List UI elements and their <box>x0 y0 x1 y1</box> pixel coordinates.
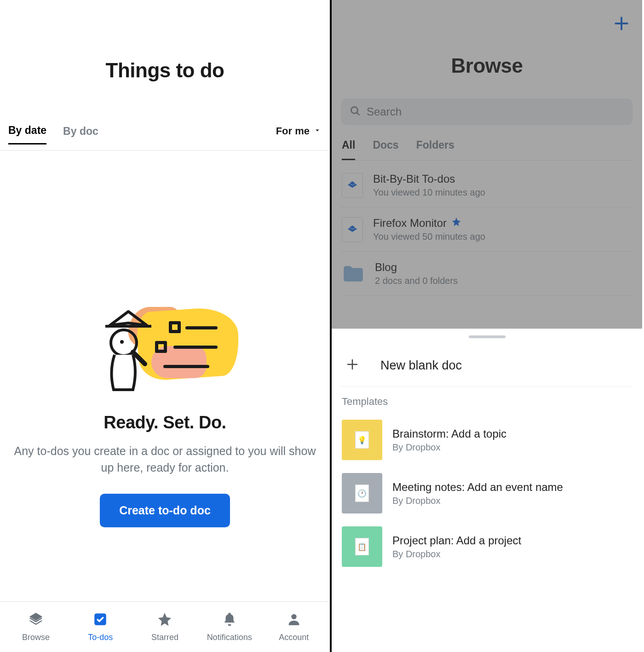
search-input[interactable] <box>367 105 625 118</box>
sheet-handle[interactable] <box>469 335 506 338</box>
nav-starred[interactable]: Starred <box>132 612 197 642</box>
page-title: Browse <box>341 0 633 77</box>
template-by: By Dropbox <box>392 496 563 506</box>
svg-point-2 <box>120 340 124 344</box>
pane-browse: Browse All Docs Folders Bit-By-Bit To-do… <box>332 0 642 652</box>
template-thumb: 📋 <box>342 526 382 567</box>
doc-name: Blog <box>375 261 458 274</box>
template-thumb: 💡 <box>342 420 382 460</box>
search-icon <box>349 105 361 119</box>
doc-row[interactable]: Firefox Monitor You viewed 50 minutes ag… <box>341 208 633 252</box>
doc-list: Bit-By-Bit To-dos You viewed 10 minutes … <box>341 163 633 296</box>
nav-label: Starred <box>151 633 178 642</box>
template-by: By Dropbox <box>392 549 521 560</box>
empty-heading: Ready. Set. Do. <box>104 413 226 433</box>
template-by: By Dropbox <box>392 442 506 453</box>
person-icon <box>286 612 302 629</box>
empty-illustration <box>92 302 239 394</box>
doc-row[interactable]: Blog 2 docs and 0 folders <box>341 252 633 296</box>
tab-folders[interactable]: Folders <box>416 139 454 160</box>
new-blank-doc-label: New blank doc <box>380 358 462 373</box>
todo-tabs: By date By doc For me <box>0 124 330 150</box>
template-name: Meeting notes: Add an event name <box>392 481 563 494</box>
nav-todos[interactable]: To-dos <box>68 612 132 642</box>
add-button[interactable] <box>613 15 630 34</box>
template-thumb: 🕐 <box>342 473 382 514</box>
template-name: Brainstorm: Add a topic <box>392 427 506 440</box>
filter-for-me[interactable]: For me <box>276 125 322 144</box>
doc-meta: You viewed 10 minutes ago <box>373 187 485 198</box>
template-list: 💡 Brainstorm: Add a topic By Dropbox 🕐 M… <box>341 413 633 573</box>
templates-heading: Templates <box>342 396 633 408</box>
doc-name: Bit-By-Bit To-dos <box>373 173 485 185</box>
checkbox-icon <box>92 612 108 629</box>
empty-state: Ready. Set. Do. Any to-dos you create in… <box>0 150 330 601</box>
empty-subtext: Any to-dos you create in a doc or assign… <box>13 443 317 476</box>
nav-label: Browse <box>22 633 50 642</box>
folder-icon <box>342 264 365 283</box>
pane-things-to-do: Things to do By date By doc For me <box>0 0 332 652</box>
nav-label: To-dos <box>88 633 113 642</box>
browse-tabs: All Docs Folders <box>341 139 633 161</box>
star-icon <box>157 612 172 629</box>
template-row[interactable]: 📋 Project plan: Add a project By Dropbox <box>341 520 633 573</box>
doc-row[interactable]: Bit-By-Bit To-dos You viewed 10 minutes … <box>341 163 633 208</box>
nav-account[interactable]: Account <box>262 612 326 642</box>
svg-line-9 <box>356 112 359 115</box>
svg-point-5 <box>291 614 296 619</box>
create-todo-doc-button[interactable]: Create to-do doc <box>100 494 230 527</box>
doc-icon <box>342 217 363 242</box>
new-doc-sheet: New blank doc Templates 💡 Brainstorm: Ad… <box>332 329 642 652</box>
plus-icon <box>345 358 359 373</box>
page-title: Things to do <box>0 59 330 82</box>
filter-label: For me <box>276 125 310 137</box>
tab-docs[interactable]: Docs <box>373 139 398 160</box>
template-row[interactable]: 🕐 Meeting notes: Add an event name By Dr… <box>341 467 633 520</box>
nav-label: Notifications <box>207 633 252 642</box>
doc-icon <box>342 173 363 198</box>
doc-name: Firefox Monitor <box>373 217 485 230</box>
template-name: Project plan: Add a project <box>392 534 521 547</box>
star-icon <box>451 217 461 230</box>
nav-label: Account <box>279 633 309 642</box>
doc-meta: You viewed 50 minutes ago <box>373 231 485 242</box>
new-blank-doc-button[interactable]: New blank doc <box>341 349 633 387</box>
layers-icon <box>28 612 44 629</box>
chevron-down-icon <box>313 125 322 137</box>
nav-browse[interactable]: Browse <box>4 612 68 642</box>
nav-notifications[interactable]: Notifications <box>197 612 262 642</box>
bell-icon <box>222 612 237 629</box>
bottom-nav: Browse To-dos Starred Notifications Acco… <box>0 601 330 652</box>
tab-by-doc[interactable]: By doc <box>63 125 98 144</box>
search-field[interactable] <box>341 98 633 125</box>
doc-meta: 2 docs and 0 folders <box>375 276 458 286</box>
tab-by-date[interactable]: By date <box>8 124 46 144</box>
browse-dimmed-bg: Browse All Docs Folders Bit-By-Bit To-do… <box>332 0 642 329</box>
template-row[interactable]: 💡 Brainstorm: Add a topic By Dropbox <box>341 413 633 467</box>
tab-all[interactable]: All <box>342 139 355 160</box>
